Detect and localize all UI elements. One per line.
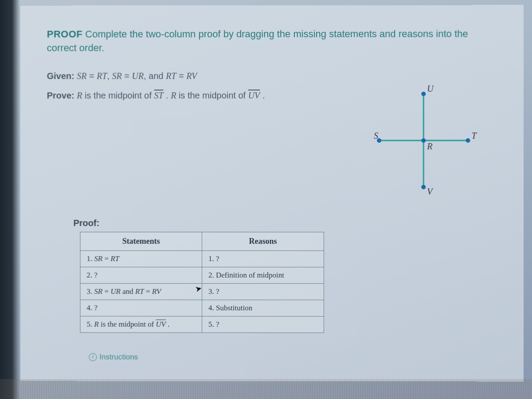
point-label-S: S xyxy=(374,131,378,141)
instructions-label: Instructions xyxy=(99,352,138,361)
table-row: 4. ? 4. Substitution xyxy=(80,300,324,316)
given-text: SR = RT, SR = UR, and RT = RV xyxy=(77,71,197,81)
svg-point-6 xyxy=(421,138,426,143)
prove-text: R is the midpoint of ST . R is the midpo… xyxy=(77,90,265,100)
point-label-U: U xyxy=(427,84,434,94)
svg-point-5 xyxy=(421,185,426,189)
proof-label: PROOF xyxy=(47,28,83,39)
proof-title: Proof: xyxy=(74,218,497,228)
statement-cell[interactable]: 1. SR = RT xyxy=(80,250,202,267)
col-header-reasons: Reasons xyxy=(202,232,324,250)
worksheet-page: PROOF Complete the two-column proof by d… xyxy=(20,5,524,381)
col-header-statements: Statements xyxy=(80,232,202,250)
statement-cell[interactable]: 4. ? xyxy=(80,300,202,316)
proof-section: Proof: Statements Reasons 1. SR = RT 1. … xyxy=(47,218,497,362)
exercise-instruction: Complete the two-column proof by draggin… xyxy=(47,28,468,54)
svg-point-3 xyxy=(466,138,470,143)
point-label-T: T xyxy=(472,131,477,141)
table-row: 1. SR = RT 1. ? xyxy=(80,250,324,267)
two-column-proof-table: Statements Reasons 1. SR = RT 1. ? 2. ? … xyxy=(80,231,324,332)
keyboard-edge xyxy=(0,379,532,399)
instructions-link[interactable]: i Instructions xyxy=(89,352,497,362)
screen-left-bezel xyxy=(0,0,20,399)
svg-point-4 xyxy=(421,92,426,96)
geometry-figure: S T U V R xyxy=(366,83,481,198)
reason-cell[interactable]: 1. ? xyxy=(202,250,324,267)
reason-cell[interactable]: 3. ? xyxy=(202,283,324,300)
reason-cell[interactable]: 4. Substitution xyxy=(202,300,324,316)
info-icon: i xyxy=(89,353,97,361)
given-label: Given: xyxy=(47,71,74,81)
point-label-R: R xyxy=(426,141,432,151)
reason-cell[interactable]: 2. Definition of midpoint xyxy=(202,267,324,283)
point-label-V: V xyxy=(427,187,434,196)
exercise-header: PROOF Complete the two-column proof by d… xyxy=(47,27,497,55)
prove-label: Prove: xyxy=(47,90,74,100)
statement-cell[interactable]: 3. SR = UR and RT = RV xyxy=(80,283,202,300)
table-row: 5. R is the midpoint of UV . 5. ? xyxy=(80,316,324,332)
table-row: 2. ? 2. Definition of midpoint xyxy=(80,267,324,283)
statement-cell[interactable]: 5. R is the midpoint of UV . xyxy=(80,316,202,332)
given-line: Given: SR = RT, SR = UR, and RT = RV xyxy=(47,68,497,83)
reason-cell[interactable]: 5. ? xyxy=(202,316,324,332)
statement-cell[interactable]: 2. ? xyxy=(80,267,202,283)
